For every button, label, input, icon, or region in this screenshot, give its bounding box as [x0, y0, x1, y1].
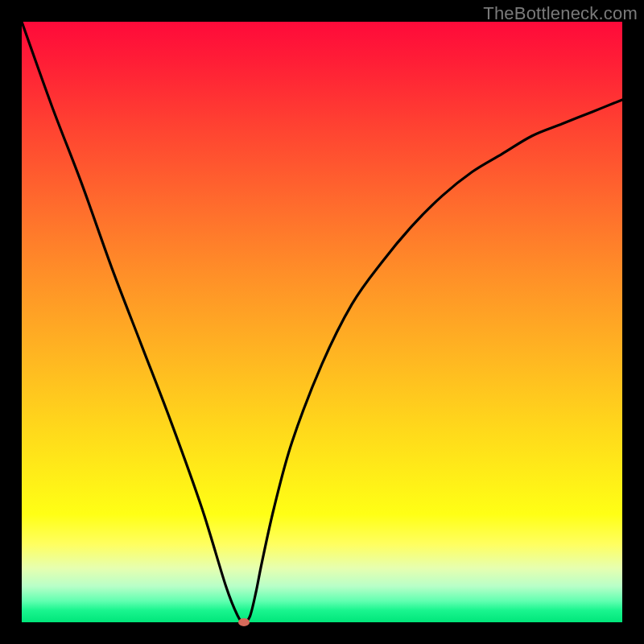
chart-area — [22, 22, 622, 622]
chart-background-gradient — [22, 22, 622, 622]
chart-marker-dot — [238, 618, 250, 626]
